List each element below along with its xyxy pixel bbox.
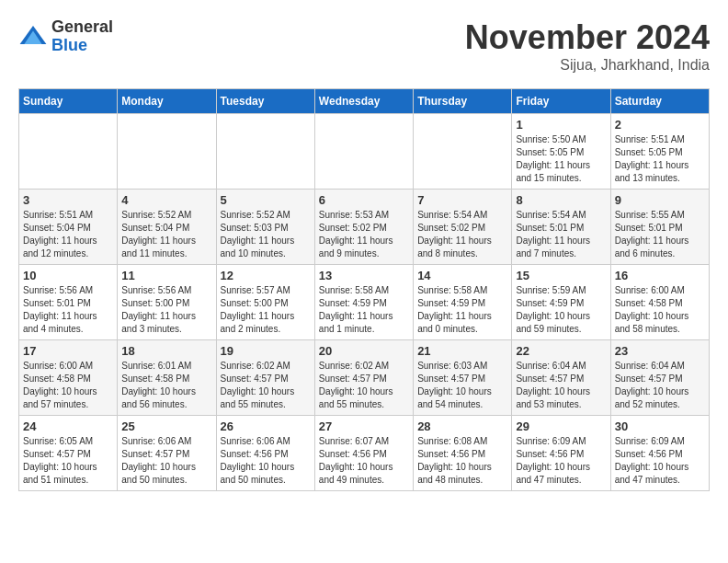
day-cell: 9Sunrise: 5:55 AM Sunset: 5:01 PM Daylig… bbox=[610, 190, 709, 265]
day-cell: 3Sunrise: 5:51 AM Sunset: 5:04 PM Daylig… bbox=[19, 190, 118, 265]
day-cell: 8Sunrise: 5:54 AM Sunset: 5:01 PM Daylig… bbox=[512, 190, 610, 265]
day-cell: 17Sunrise: 6:00 AM Sunset: 4:58 PM Dayli… bbox=[19, 340, 118, 416]
logo-general: General bbox=[51, 18, 113, 37]
day-info: Sunrise: 6:05 AM Sunset: 4:57 PM Dayligh… bbox=[23, 435, 113, 487]
day-cell: 27Sunrise: 6:07 AM Sunset: 4:56 PM Dayli… bbox=[314, 416, 413, 491]
day-number: 21 bbox=[417, 344, 507, 358]
day-cell: 30Sunrise: 6:09 AM Sunset: 4:56 PM Dayli… bbox=[610, 416, 709, 491]
week-row-5: 24Sunrise: 6:05 AM Sunset: 4:57 PM Dayli… bbox=[19, 416, 710, 491]
day-cell: 5Sunrise: 5:52 AM Sunset: 5:03 PM Daylig… bbox=[216, 190, 314, 265]
day-number: 20 bbox=[319, 344, 409, 358]
day-number: 17 bbox=[23, 344, 113, 358]
day-info: Sunrise: 5:53 AM Sunset: 5:02 PM Dayligh… bbox=[319, 209, 409, 260]
calendar-table: SundayMondayTuesdayWednesdayThursdayFrid… bbox=[18, 88, 710, 491]
day-info: Sunrise: 6:06 AM Sunset: 4:57 PM Dayligh… bbox=[121, 435, 211, 487]
day-number: 16 bbox=[615, 269, 705, 282]
day-number: 7 bbox=[417, 193, 507, 207]
day-info: Sunrise: 5:51 AM Sunset: 5:05 PM Dayligh… bbox=[615, 133, 705, 185]
day-cell: 12Sunrise: 5:57 AM Sunset: 5:00 PM Dayli… bbox=[216, 265, 314, 340]
day-info: Sunrise: 6:04 AM Sunset: 4:57 PM Dayligh… bbox=[516, 360, 606, 411]
day-number: 19 bbox=[221, 344, 311, 358]
page-header: General Blue November 2024 Sijua, Jharkh… bbox=[18, 18, 710, 74]
day-number: 26 bbox=[221, 419, 311, 433]
day-info: Sunrise: 6:02 AM Sunset: 4:57 PM Dayligh… bbox=[319, 360, 409, 411]
day-number: 9 bbox=[615, 193, 705, 207]
day-cell bbox=[118, 114, 216, 190]
day-number: 28 bbox=[417, 419, 507, 433]
day-cell: 15Sunrise: 5:59 AM Sunset: 4:59 PM Dayli… bbox=[512, 265, 610, 340]
day-cell: 23Sunrise: 6:04 AM Sunset: 4:57 PM Dayli… bbox=[610, 340, 709, 416]
day-cell: 4Sunrise: 5:52 AM Sunset: 5:04 PM Daylig… bbox=[118, 190, 216, 265]
day-info: Sunrise: 5:51 AM Sunset: 5:04 PM Dayligh… bbox=[23, 209, 113, 260]
day-number: 30 bbox=[615, 419, 705, 433]
day-info: Sunrise: 5:56 AM Sunset: 5:00 PM Dayligh… bbox=[121, 284, 211, 336]
week-row-4: 17Sunrise: 6:00 AM Sunset: 4:58 PM Dayli… bbox=[19, 340, 710, 416]
logo: General Blue bbox=[18, 18, 113, 55]
day-info: Sunrise: 6:00 AM Sunset: 4:58 PM Dayligh… bbox=[615, 284, 705, 336]
day-cell: 10Sunrise: 5:56 AM Sunset: 5:01 PM Dayli… bbox=[19, 265, 118, 340]
day-cell: 26Sunrise: 6:06 AM Sunset: 4:56 PM Dayli… bbox=[216, 416, 314, 491]
day-info: Sunrise: 6:08 AM Sunset: 4:56 PM Dayligh… bbox=[417, 435, 507, 487]
day-cell bbox=[314, 114, 413, 190]
day-cell: 19Sunrise: 6:02 AM Sunset: 4:57 PM Dayli… bbox=[216, 340, 314, 416]
day-number: 14 bbox=[417, 269, 507, 282]
week-row-1: 1Sunrise: 5:50 AM Sunset: 5:05 PM Daylig… bbox=[19, 114, 710, 190]
day-info: Sunrise: 5:56 AM Sunset: 5:01 PM Dayligh… bbox=[23, 284, 113, 336]
day-info: Sunrise: 6:07 AM Sunset: 4:56 PM Dayligh… bbox=[319, 435, 409, 487]
logo-icon bbox=[18, 22, 48, 52]
day-cell bbox=[216, 114, 314, 190]
week-row-2: 3Sunrise: 5:51 AM Sunset: 5:04 PM Daylig… bbox=[19, 190, 710, 265]
day-number: 10 bbox=[23, 269, 113, 282]
day-info: Sunrise: 6:04 AM Sunset: 4:57 PM Dayligh… bbox=[615, 360, 705, 411]
day-info: Sunrise: 5:58 AM Sunset: 4:59 PM Dayligh… bbox=[319, 284, 409, 336]
day-info: Sunrise: 5:54 AM Sunset: 5:01 PM Dayligh… bbox=[516, 209, 606, 260]
logo-blue: Blue bbox=[51, 37, 113, 55]
header-sunday: Sunday bbox=[19, 89, 118, 114]
day-cell: 16Sunrise: 6:00 AM Sunset: 4:58 PM Dayli… bbox=[610, 265, 709, 340]
day-number: 4 bbox=[121, 193, 211, 207]
title-area: November 2024 Sijua, Jharkhand, India bbox=[465, 18, 710, 74]
day-cell: 28Sunrise: 6:08 AM Sunset: 4:56 PM Dayli… bbox=[414, 416, 512, 491]
day-number: 11 bbox=[121, 269, 211, 282]
day-number: 5 bbox=[221, 193, 311, 207]
day-cell: 13Sunrise: 5:58 AM Sunset: 4:59 PM Dayli… bbox=[314, 265, 413, 340]
day-cell: 25Sunrise: 6:06 AM Sunset: 4:57 PM Dayli… bbox=[118, 416, 216, 491]
header-saturday: Saturday bbox=[610, 89, 709, 114]
day-info: Sunrise: 5:52 AM Sunset: 5:03 PM Dayligh… bbox=[221, 209, 311, 260]
day-cell: 22Sunrise: 6:04 AM Sunset: 4:57 PM Dayli… bbox=[512, 340, 610, 416]
day-info: Sunrise: 6:06 AM Sunset: 4:56 PM Dayligh… bbox=[221, 435, 311, 487]
day-number: 3 bbox=[23, 193, 113, 207]
day-number: 24 bbox=[23, 419, 113, 433]
day-number: 8 bbox=[516, 193, 606, 207]
header-wednesday: Wednesday bbox=[314, 89, 413, 114]
day-cell: 1Sunrise: 5:50 AM Sunset: 5:05 PM Daylig… bbox=[512, 114, 610, 190]
day-cell bbox=[414, 114, 512, 190]
day-info: Sunrise: 5:57 AM Sunset: 5:00 PM Dayligh… bbox=[221, 284, 311, 336]
day-info: Sunrise: 5:54 AM Sunset: 5:02 PM Dayligh… bbox=[417, 209, 507, 260]
day-number: 13 bbox=[319, 269, 409, 282]
day-info: Sunrise: 6:02 AM Sunset: 4:57 PM Dayligh… bbox=[221, 360, 311, 411]
logo-text: General Blue bbox=[51, 18, 113, 55]
day-cell: 11Sunrise: 5:56 AM Sunset: 5:00 PM Dayli… bbox=[118, 265, 216, 340]
day-cell bbox=[19, 114, 118, 190]
day-cell: 21Sunrise: 6:03 AM Sunset: 4:57 PM Dayli… bbox=[414, 340, 512, 416]
header-thursday: Thursday bbox=[414, 89, 512, 114]
header-monday: Monday bbox=[118, 89, 216, 114]
day-cell: 6Sunrise: 5:53 AM Sunset: 5:02 PM Daylig… bbox=[314, 190, 413, 265]
day-cell: 2Sunrise: 5:51 AM Sunset: 5:05 PM Daylig… bbox=[610, 114, 709, 190]
day-cell: 18Sunrise: 6:01 AM Sunset: 4:58 PM Dayli… bbox=[118, 340, 216, 416]
day-info: Sunrise: 5:59 AM Sunset: 4:59 PM Dayligh… bbox=[516, 284, 606, 336]
day-info: Sunrise: 6:00 AM Sunset: 4:58 PM Dayligh… bbox=[23, 360, 113, 411]
day-info: Sunrise: 5:58 AM Sunset: 4:59 PM Dayligh… bbox=[417, 284, 507, 336]
day-info: Sunrise: 6:09 AM Sunset: 4:56 PM Dayligh… bbox=[615, 435, 705, 487]
header-friday: Friday bbox=[512, 89, 610, 114]
month-title: November 2024 bbox=[465, 18, 710, 57]
day-number: 12 bbox=[221, 269, 311, 282]
day-cell: 29Sunrise: 6:09 AM Sunset: 4:56 PM Dayli… bbox=[512, 416, 610, 491]
day-info: Sunrise: 6:03 AM Sunset: 4:57 PM Dayligh… bbox=[417, 360, 507, 411]
day-cell: 24Sunrise: 6:05 AM Sunset: 4:57 PM Dayli… bbox=[19, 416, 118, 491]
day-number: 18 bbox=[121, 344, 211, 358]
header-tuesday: Tuesday bbox=[216, 89, 314, 114]
day-number: 23 bbox=[615, 344, 705, 358]
day-info: Sunrise: 6:01 AM Sunset: 4:58 PM Dayligh… bbox=[121, 360, 211, 411]
